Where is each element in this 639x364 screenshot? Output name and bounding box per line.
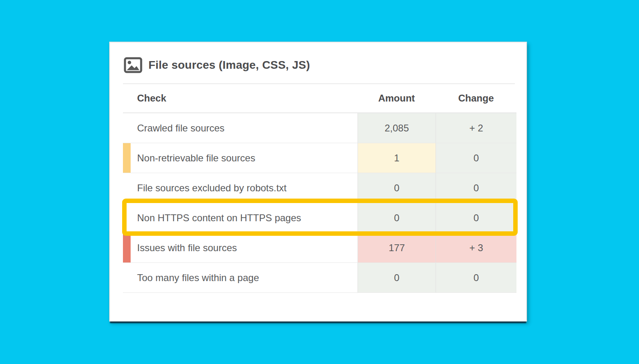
table-row-too-many-files[interactable]: Too many files within a page 0 0 xyxy=(123,263,516,293)
column-header-check: Check xyxy=(123,93,358,104)
amount-value: 0 xyxy=(358,173,436,203)
change-value: + 2 xyxy=(436,113,516,143)
table-row-excluded-by-robots[interactable]: File sources excluded by robots.txt 0 0 xyxy=(123,173,516,203)
file-sources-card: File sources (Image, CSS, JS) Check Amou… xyxy=(109,42,527,322)
card-title: File sources (Image, CSS, JS) xyxy=(148,59,310,72)
check-label: Non-retrievable file sources xyxy=(123,143,358,173)
check-label: Too many files within a page xyxy=(123,263,358,292)
change-value: 0 xyxy=(436,173,516,203)
warning-marker xyxy=(123,143,131,173)
amount-value: 1 xyxy=(358,143,436,173)
file-sources-table: Check Amount Change Crawled file sources… xyxy=(123,84,516,293)
check-label: Non HTTPS content on HTTPS pages xyxy=(123,203,358,233)
change-value: 0 xyxy=(436,263,516,292)
table-row-non-https-content[interactable]: Non HTTPS content on HTTPS pages 0 0 xyxy=(123,203,516,233)
amount-value: 0 xyxy=(358,203,436,233)
change-value: 0 xyxy=(436,203,516,233)
table-header-row: Check Amount Change xyxy=(123,84,516,113)
check-label: Crawled file sources xyxy=(123,113,358,143)
error-marker xyxy=(123,233,131,262)
check-label: File sources excluded by robots.txt xyxy=(123,173,358,203)
table-row-issues-with-file-sources[interactable]: Issues with file sources 177 + 3 xyxy=(123,233,516,263)
table-row-crawled-file-sources[interactable]: Crawled file sources 2,085 + 2 xyxy=(123,113,516,143)
change-value: + 3 xyxy=(436,233,516,262)
image-icon xyxy=(124,57,142,73)
check-label: Issues with file sources xyxy=(123,233,358,262)
column-header-change: Change xyxy=(436,93,516,104)
amount-value: 177 xyxy=(358,233,436,262)
amount-value: 2,085 xyxy=(358,113,436,143)
card-title-row: File sources (Image, CSS, JS) xyxy=(123,42,515,73)
column-header-amount: Amount xyxy=(358,93,436,104)
amount-value: 0 xyxy=(358,263,436,292)
change-value: 0 xyxy=(436,143,516,173)
table-row-non-retrievable-file-sources[interactable]: Non-retrievable file sources 1 0 xyxy=(123,143,516,173)
